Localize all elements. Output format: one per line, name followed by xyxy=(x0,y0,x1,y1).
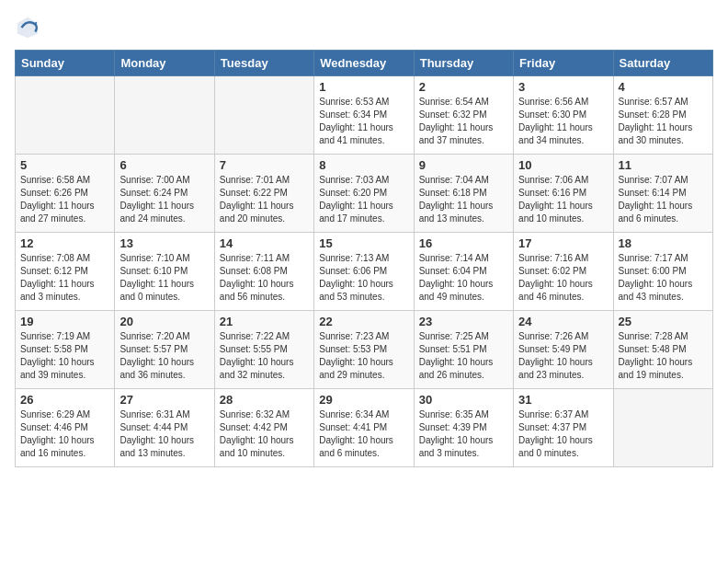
day-info: Sunrise: 7:10 AM Sunset: 6:10 PM Dayligh… xyxy=(119,252,209,304)
day-info: Sunrise: 6:32 AM Sunset: 4:42 PM Dayligh… xyxy=(220,408,309,460)
day-number: 8 xyxy=(319,158,408,172)
calendar-cell: 1Sunrise: 6:53 AM Sunset: 6:34 PM Daylig… xyxy=(314,76,414,155)
day-info: Sunrise: 7:08 AM Sunset: 6:12 PM Dayligh… xyxy=(20,252,109,304)
calendar-cell: 23Sunrise: 7:25 AM Sunset: 5:51 PM Dayli… xyxy=(414,311,513,389)
calendar-cell: 16Sunrise: 7:14 AM Sunset: 6:04 PM Dayli… xyxy=(414,233,513,311)
calendar-cell: 15Sunrise: 7:13 AM Sunset: 6:06 PM Dayli… xyxy=(314,233,414,311)
day-number: 15 xyxy=(319,236,408,250)
day-number: 29 xyxy=(319,393,408,407)
week-row: 26Sunrise: 6:29 AM Sunset: 4:46 PM Dayli… xyxy=(16,389,713,467)
calendar-cell: 3Sunrise: 6:56 AM Sunset: 6:30 PM Daylig… xyxy=(514,76,613,155)
calendar-cell: 4Sunrise: 6:57 AM Sunset: 6:28 PM Daylig… xyxy=(613,76,712,155)
day-number: 14 xyxy=(220,236,309,250)
day-info: Sunrise: 7:11 AM Sunset: 6:08 PM Dayligh… xyxy=(220,252,309,304)
day-info: Sunrise: 7:00 AM Sunset: 6:24 PM Dayligh… xyxy=(119,174,209,225)
calendar-cell xyxy=(16,76,115,155)
day-info: Sunrise: 7:14 AM Sunset: 6:04 PM Dayligh… xyxy=(419,252,508,304)
day-number: 4 xyxy=(619,80,708,94)
calendar-cell xyxy=(613,389,712,467)
day-number: 18 xyxy=(619,236,708,250)
calendar-cell: 20Sunrise: 7:20 AM Sunset: 5:57 PM Dayli… xyxy=(115,311,214,389)
calendar-cell: 22Sunrise: 7:23 AM Sunset: 5:53 PM Dayli… xyxy=(314,311,414,389)
calendar-cell: 29Sunrise: 6:34 AM Sunset: 4:41 PM Dayli… xyxy=(314,389,414,467)
calendar-cell: 21Sunrise: 7:22 AM Sunset: 5:55 PM Dayli… xyxy=(214,311,313,389)
day-number: 5 xyxy=(20,158,109,172)
day-info: Sunrise: 6:54 AM Sunset: 6:32 PM Dayligh… xyxy=(419,96,508,147)
weekday-header: Friday xyxy=(514,51,613,76)
day-number: 19 xyxy=(20,315,109,328)
week-row: 12Sunrise: 7:08 AM Sunset: 6:12 PM Dayli… xyxy=(16,233,713,311)
day-number: 7 xyxy=(220,158,309,172)
calendar-cell: 8Sunrise: 7:03 AM Sunset: 6:20 PM Daylig… xyxy=(314,155,414,233)
calendar-cell: 6Sunrise: 7:00 AM Sunset: 6:24 PM Daylig… xyxy=(115,155,214,233)
day-number: 24 xyxy=(518,315,608,328)
calendar-cell: 31Sunrise: 6:37 AM Sunset: 4:37 PM Dayli… xyxy=(514,389,613,467)
week-row: 19Sunrise: 7:19 AM Sunset: 5:58 PM Dayli… xyxy=(16,311,713,389)
page-header xyxy=(15,15,713,40)
day-info: Sunrise: 6:34 AM Sunset: 4:41 PM Dayligh… xyxy=(319,408,408,460)
calendar-cell: 14Sunrise: 7:11 AM Sunset: 6:08 PM Dayli… xyxy=(214,233,313,311)
day-info: Sunrise: 7:06 AM Sunset: 6:16 PM Dayligh… xyxy=(518,174,608,225)
weekday-header: Thursday xyxy=(414,51,513,76)
day-info: Sunrise: 6:37 AM Sunset: 4:37 PM Dayligh… xyxy=(518,408,608,460)
day-info: Sunrise: 6:29 AM Sunset: 4:46 PM Dayligh… xyxy=(20,408,109,460)
day-info: Sunrise: 6:53 AM Sunset: 6:34 PM Dayligh… xyxy=(319,96,408,147)
day-info: Sunrise: 6:31 AM Sunset: 4:44 PM Dayligh… xyxy=(119,408,209,460)
day-info: Sunrise: 7:17 AM Sunset: 6:00 PM Dayligh… xyxy=(619,252,708,304)
calendar-cell: 28Sunrise: 6:32 AM Sunset: 4:42 PM Dayli… xyxy=(214,389,313,467)
day-info: Sunrise: 7:07 AM Sunset: 6:14 PM Dayligh… xyxy=(619,174,708,225)
day-info: Sunrise: 7:04 AM Sunset: 6:18 PM Dayligh… xyxy=(419,174,508,225)
weekday-header: Sunday xyxy=(16,51,115,76)
day-info: Sunrise: 7:01 AM Sunset: 6:22 PM Dayligh… xyxy=(220,174,309,225)
day-info: Sunrise: 7:28 AM Sunset: 5:48 PM Dayligh… xyxy=(619,330,708,382)
day-number: 31 xyxy=(518,393,608,407)
weekday-header: Tuesday xyxy=(214,51,313,76)
day-info: Sunrise: 7:25 AM Sunset: 5:51 PM Dayligh… xyxy=(419,330,508,382)
logo xyxy=(15,15,44,40)
day-info: Sunrise: 6:56 AM Sunset: 6:30 PM Dayligh… xyxy=(518,96,608,147)
day-info: Sunrise: 7:03 AM Sunset: 6:20 PM Dayligh… xyxy=(319,174,408,225)
day-number: 6 xyxy=(119,158,209,172)
calendar-cell: 30Sunrise: 6:35 AM Sunset: 4:39 PM Dayli… xyxy=(414,389,513,467)
week-row: 5Sunrise: 6:58 AM Sunset: 6:26 PM Daylig… xyxy=(16,155,713,233)
weekday-header: Saturday xyxy=(613,51,712,76)
day-number: 23 xyxy=(419,315,508,328)
calendar-cell: 27Sunrise: 6:31 AM Sunset: 4:44 PM Dayli… xyxy=(115,389,214,467)
calendar-cell: 19Sunrise: 7:19 AM Sunset: 5:58 PM Dayli… xyxy=(16,311,115,389)
calendar-cell: 13Sunrise: 7:10 AM Sunset: 6:10 PM Dayli… xyxy=(115,233,214,311)
calendar-table: SundayMondayTuesdayWednesdayThursdayFrid… xyxy=(15,50,713,467)
calendar-cell xyxy=(115,76,214,155)
calendar-cell: 2Sunrise: 6:54 AM Sunset: 6:32 PM Daylig… xyxy=(414,76,513,155)
day-number: 20 xyxy=(119,315,209,328)
day-number: 22 xyxy=(319,315,408,328)
day-number: 16 xyxy=(419,236,508,250)
week-row: 1Sunrise: 6:53 AM Sunset: 6:34 PM Daylig… xyxy=(16,76,713,155)
day-number: 17 xyxy=(518,236,608,250)
calendar-cell: 24Sunrise: 7:26 AM Sunset: 5:49 PM Dayli… xyxy=(514,311,613,389)
calendar-cell: 7Sunrise: 7:01 AM Sunset: 6:22 PM Daylig… xyxy=(214,155,313,233)
day-number: 26 xyxy=(20,393,109,407)
day-number: 13 xyxy=(119,236,209,250)
day-number: 28 xyxy=(220,393,309,407)
day-number: 11 xyxy=(619,158,708,172)
day-number: 30 xyxy=(419,393,508,407)
day-number: 10 xyxy=(518,158,608,172)
day-info: Sunrise: 7:23 AM Sunset: 5:53 PM Dayligh… xyxy=(319,330,408,382)
day-number: 3 xyxy=(518,80,608,94)
day-number: 9 xyxy=(419,158,508,172)
day-info: Sunrise: 7:20 AM Sunset: 5:57 PM Dayligh… xyxy=(119,330,209,382)
day-number: 2 xyxy=(419,80,508,94)
calendar-cell: 11Sunrise: 7:07 AM Sunset: 6:14 PM Dayli… xyxy=(613,155,712,233)
day-number: 21 xyxy=(220,315,309,328)
day-number: 1 xyxy=(319,80,408,94)
calendar-cell: 26Sunrise: 6:29 AM Sunset: 4:46 PM Dayli… xyxy=(16,389,115,467)
day-info: Sunrise: 7:26 AM Sunset: 5:49 PM Dayligh… xyxy=(518,330,608,382)
calendar-cell: 10Sunrise: 7:06 AM Sunset: 6:16 PM Dayli… xyxy=(514,155,613,233)
day-info: Sunrise: 7:16 AM Sunset: 6:02 PM Dayligh… xyxy=(518,252,608,304)
calendar-cell: 5Sunrise: 6:58 AM Sunset: 6:26 PM Daylig… xyxy=(16,155,115,233)
calendar-cell: 9Sunrise: 7:04 AM Sunset: 6:18 PM Daylig… xyxy=(414,155,513,233)
day-number: 25 xyxy=(619,315,708,328)
calendar-cell: 18Sunrise: 7:17 AM Sunset: 6:00 PM Dayli… xyxy=(613,233,712,311)
day-info: Sunrise: 7:19 AM Sunset: 5:58 PM Dayligh… xyxy=(20,330,109,382)
day-info: Sunrise: 7:22 AM Sunset: 5:55 PM Dayligh… xyxy=(220,330,309,382)
